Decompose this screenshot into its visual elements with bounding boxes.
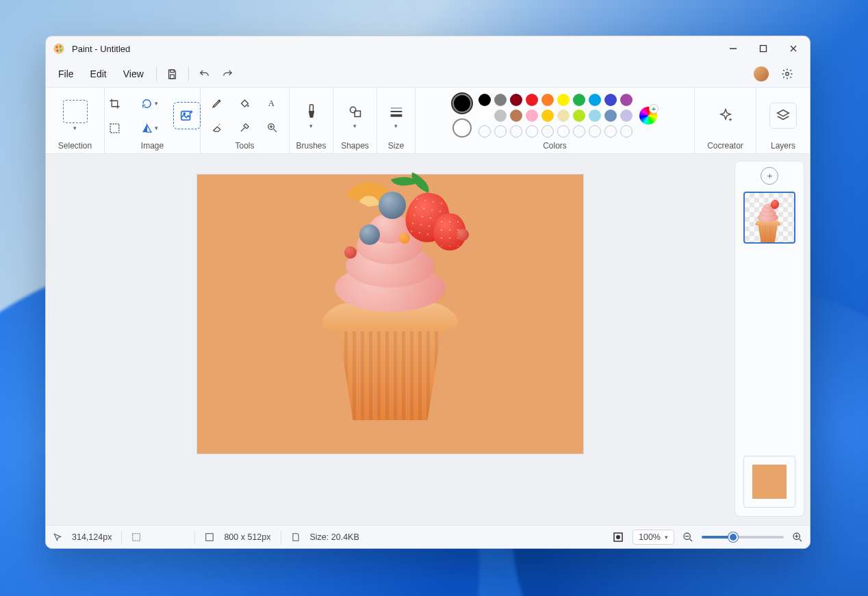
layer-thumbnail-background[interactable]	[743, 456, 795, 508]
shapes-button[interactable]	[345, 102, 366, 121]
custom-color-slot[interactable]	[478, 125, 491, 138]
color-swatch[interactable]	[494, 94, 507, 106]
color-swatch[interactable]	[557, 109, 570, 122]
color-swatch[interactable]	[620, 109, 633, 122]
color-primary[interactable]	[452, 94, 472, 113]
layers-button[interactable]	[769, 103, 797, 129]
image-sparkle-icon	[179, 108, 194, 123]
brushes-button[interactable]	[301, 102, 322, 121]
flip-tool[interactable]: ▾	[135, 118, 165, 138]
cursor-position-icon	[53, 532, 62, 542]
zoom-value: 100%	[639, 532, 661, 542]
menu-edit[interactable]: Edit	[82, 64, 115, 83]
user-avatar[interactable]	[754, 66, 769, 81]
menu-view[interactable]: View	[115, 64, 152, 83]
chevron-down-icon[interactable]: ▾	[309, 122, 313, 129]
pencil-icon	[212, 97, 223, 109]
settings-button[interactable]	[776, 64, 799, 84]
magnifier-tool[interactable]	[262, 118, 283, 137]
color-swatch[interactable]	[620, 94, 633, 106]
chevron-down-icon[interactable]: ▾	[353, 122, 357, 129]
group-label-layers: Layers	[771, 140, 795, 151]
remove-background-tool[interactable]	[173, 102, 201, 129]
canvas[interactable]	[197, 174, 583, 454]
group-shapes: ▾ Shapes	[333, 88, 377, 153]
svg-rect-21	[309, 105, 313, 112]
color-swatch[interactable]	[494, 109, 507, 122]
zoom-out-button[interactable]	[682, 532, 693, 543]
eraser-tool[interactable]	[207, 118, 228, 137]
color-swatch[interactable]	[541, 94, 554, 106]
group-label-selection: Selection	[58, 140, 92, 151]
cocreator-button[interactable]	[712, 103, 739, 129]
crop-tool[interactable]	[105, 94, 125, 113]
rotate-tool[interactable]: ▾	[135, 94, 165, 113]
custom-color-slot[interactable]	[526, 125, 538, 138]
chevron-down-icon[interactable]: ▾	[73, 125, 77, 131]
svg-rect-6	[761, 46, 767, 52]
color-swatch[interactable]	[478, 109, 491, 122]
paint-window: Paint - Untitled File Edit View ▾ Select…	[45, 36, 810, 549]
filesize-icon	[291, 532, 301, 542]
fit-to-window-icon[interactable]	[612, 531, 624, 543]
color-swatch[interactable]	[526, 94, 538, 106]
color-swatch[interactable]	[478, 94, 491, 106]
color-swatch[interactable]	[573, 94, 585, 106]
custom-color-slot[interactable]	[604, 125, 617, 138]
zoom-in-button[interactable]	[792, 532, 803, 543]
chevron-down-icon[interactable]: ▾	[394, 122, 398, 129]
selection-tool[interactable]	[63, 100, 88, 123]
maximize-button[interactable]	[748, 38, 778, 60]
custom-color-slot[interactable]	[620, 125, 633, 138]
canvas-image	[311, 201, 469, 427]
close-button[interactable]	[778, 38, 808, 60]
custom-color-slot[interactable]	[541, 125, 554, 138]
save-button[interactable]	[161, 64, 184, 84]
fill-tool[interactable]	[235, 93, 255, 112]
custom-color-slot[interactable]	[494, 125, 507, 138]
eraser-icon	[212, 122, 223, 133]
group-label-size: Size	[388, 140, 404, 151]
color-swatch[interactable]	[604, 94, 617, 106]
text-tool[interactable]: A	[262, 93, 283, 112]
group-colors: Colors	[416, 88, 695, 153]
zoom-dropdown[interactable]: 100% ▾	[633, 530, 674, 545]
color-swatch[interactable]	[589, 94, 601, 106]
color-swatch[interactable]	[573, 109, 585, 122]
menu-file[interactable]: File	[50, 64, 82, 83]
redo-button[interactable]	[216, 64, 240, 84]
color-swatch[interactable]	[510, 109, 522, 122]
edit-colors-button[interactable]	[639, 107, 657, 125]
custom-color-slot[interactable]	[573, 125, 585, 138]
color-swatch[interactable]	[526, 109, 538, 122]
titlebar: Paint - Untitled	[46, 36, 810, 61]
group-label-brushes: Brushes	[296, 140, 326, 151]
color-swatch[interactable]	[589, 109, 601, 122]
size-button[interactable]	[386, 102, 407, 121]
custom-color-slot[interactable]	[557, 125, 570, 138]
color-secondary[interactable]	[452, 118, 472, 138]
brush-icon	[305, 103, 318, 120]
group-layers: Layers	[756, 88, 810, 153]
pencil-tool[interactable]	[207, 93, 228, 112]
group-label-tools: Tools	[235, 140, 254, 151]
canvas-dimensions: 800 x 512px	[224, 532, 270, 542]
svg-rect-28	[206, 533, 214, 541]
minimize-button[interactable]	[718, 38, 748, 60]
resize-tool[interactable]	[105, 118, 125, 138]
undo-button[interactable]	[193, 64, 216, 84]
zoom-slider[interactable]	[702, 536, 784, 539]
color-swatch[interactable]	[557, 94, 570, 106]
color-swatch[interactable]	[541, 109, 554, 122]
file-size: Size: 20.4KB	[310, 532, 359, 542]
color-swatch[interactable]	[510, 94, 522, 106]
layer-thumbnail-1[interactable]	[743, 192, 795, 244]
custom-color-slot[interactable]	[589, 125, 601, 138]
bucket-icon	[239, 97, 251, 109]
window-title: Paint - Untitled	[72, 44, 130, 54]
color-swatch[interactable]	[604, 109, 617, 122]
custom-color-slot[interactable]	[510, 125, 522, 138]
color-picker-tool[interactable]	[235, 118, 255, 137]
add-layer-button[interactable]: ＋	[761, 167, 778, 185]
group-label-colors: Colors	[543, 140, 567, 151]
